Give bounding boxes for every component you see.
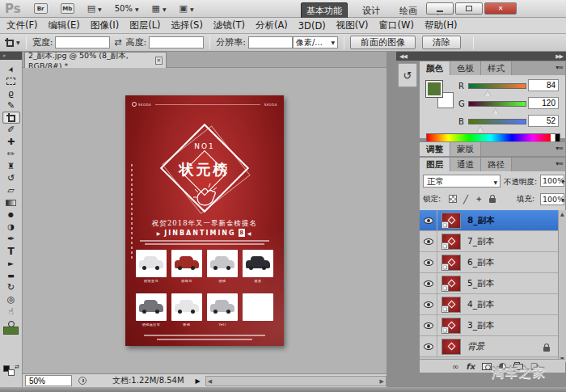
opacity-spinner-icon[interactable]: ▸ [562,178,565,184]
visibility-cell[interactable] [420,336,437,356]
blur-tool[interactable]: ● [2,209,20,221]
orbit-3d-tool[interactable]: ◎ [2,293,20,306]
collapse-panels-icon[interactable]: ◀◀ [399,53,407,60]
layer-thumbnail[interactable]: ❏ [441,276,461,292]
clear-button[interactable]: 清除 [422,36,461,49]
panel-menu-icon[interactable]: ▾≡ [555,160,563,167]
layer-name[interactable]: 5_副本 [467,278,494,289]
healing-brush-tool[interactable]: ✚ [2,136,20,148]
expand-panels-icon[interactable]: ▶▶ [555,53,563,60]
menu-layer[interactable]: 图层(L) [129,19,160,32]
fill-spinner-icon[interactable]: ▸ [562,196,565,203]
menu-file[interactable]: 文件(F) [6,19,38,32]
layer-name[interactable]: 3_副本 [467,320,494,331]
layer-name[interactable]: 4_副本 [467,299,494,310]
resolution-unit-select[interactable]: 像素/...▼ [293,36,338,48]
menu-analysis[interactable]: 分析(A) [256,19,288,32]
pen-tool[interactable]: ✒ [2,233,20,245]
marquee-tool[interactable] [2,75,20,87]
visibility-cell[interactable] [420,273,437,293]
history-panel-icon[interactable]: ↺ [398,63,417,87]
layer-style-button[interactable]: fx [466,362,475,371]
tab-paths[interactable]: 路径 [481,158,512,171]
canvas-horizontal-scrollbar[interactable]: ◀ ▶ [205,376,386,386]
visibility-cell[interactable] [420,252,437,272]
blue-slider-handle[interactable] [477,126,484,132]
foreground-color-well[interactable] [3,327,19,335]
panel-menu-icon[interactable]: ▾≡ [555,145,563,152]
layers-scrollbar[interactable]: ▲ ▼ [558,210,566,362]
layer-name[interactable]: 背景 [467,341,484,352]
lock-position-icon[interactable]: ＋ [475,193,483,204]
scroll-right-icon[interactable]: ▶ [380,378,384,385]
layer-thumbnail[interactable]: ❏ [441,297,461,313]
blend-mode-select[interactable]: 正常▼ [423,175,501,188]
zoom-level-dropdown[interactable]: 50%▼ [115,4,139,13]
opacity-value[interactable]: 100% [540,175,564,187]
tab-layers[interactable]: 图层 [420,158,450,171]
bridge-button[interactable]: Br [34,3,48,14]
scroll-left-icon[interactable]: ◀ [208,378,212,385]
workspace-tab-essentials[interactable]: 基本功能 [301,2,348,19]
eraser-tool[interactable]: ▱ [2,184,20,196]
screen-mode-icon[interactable]: ▣▼ [180,3,194,14]
status-zoom-input[interactable] [25,375,72,386]
tab-color[interactable]: 颜色 [420,61,450,75]
tool-preset-chevron-icon[interactable]: ▼ [16,40,20,45]
foreground-background-swatches[interactable]: ⇄ [3,365,19,377]
type-tool[interactable]: T [2,245,20,257]
move-tool[interactable]: ➤ [2,63,20,75]
panel-menu-icon[interactable]: ▾≡ [555,64,563,71]
menu-help[interactable]: 帮助(H) [424,19,458,32]
layer-row[interactable]: ❏ 3_副本 [420,315,558,336]
layer-row-background[interactable]: 背景 [420,336,558,357]
layer-thumbnail[interactable]: ❏ [441,213,461,229]
layer-name[interactable]: 8_副本 [467,215,495,226]
dodge-tool[interactable]: ◑ [2,221,20,233]
visibility-cell[interactable] [420,294,437,314]
visibility-cell[interactable] [420,315,437,335]
layer-row[interactable]: ❏ 6_副本 [420,252,558,273]
close-button[interactable]: ✕ [484,2,517,15]
menu-view[interactable]: 视图(V) [336,19,369,32]
history-brush-tool[interactable]: ↺ [2,172,20,184]
arrange-documents-icon[interactable]: ▦▼ [152,3,167,14]
tab-adjustments[interactable]: 调整 [420,142,450,156]
red-slider-handle[interactable] [484,91,491,96]
rectangle-tool[interactable]: ▬ [2,269,20,281]
tab-styles[interactable]: 样式 [481,61,512,75]
fill-value[interactable]: 100% [540,193,564,205]
menu-window[interactable]: 窗口(W) [379,19,414,32]
scroll-up-icon[interactable]: ▲ [560,211,564,217]
menu-select[interactable]: 选择(S) [171,19,203,32]
menu-edit[interactable]: 编辑(E) [49,19,80,32]
tools-panel-header[interactable]: » [0,52,22,60]
link-layers-button[interactable]: ∞ [452,362,458,371]
red-value-input[interactable] [528,79,559,91]
green-slider-handle[interactable] [492,108,499,114]
layer-name[interactable]: 6_副本 [467,257,494,268]
lock-all-icon[interactable] [489,198,496,203]
resolution-input[interactable] [248,36,293,48]
hand-tool[interactable]: ☝ [2,306,20,318]
gradient-tool[interactable] [2,196,20,209]
front-image-button[interactable]: 前面的图像 [350,36,416,49]
layer-thumbnail[interactable] [441,339,461,355]
eyedropper-tool[interactable]: ✐ [2,124,20,136]
blue-value-input[interactable] [528,115,559,127]
workspace-tab-design[interactable]: 设计 [357,3,385,19]
status-options-arrow-icon[interactable]: ▶ [196,377,201,385]
green-slider[interactable] [468,101,526,107]
swap-dimensions-icon[interactable]: ⇄ [114,37,121,48]
layer-thumbnail[interactable]: ❏ [441,318,461,334]
menu-3d[interactable]: 3D(D) [298,20,326,32]
guides-menu-icon[interactable]: ▤▼ [87,3,102,14]
tab-swatches[interactable]: 色板 [450,61,481,75]
visibility-cell[interactable] [420,210,437,230]
tab-channels[interactable]: 通道 [450,158,481,171]
menu-filter[interactable]: 滤镜(T) [213,19,245,32]
tab-masks[interactable]: 蒙版 [450,142,481,156]
crop-tool[interactable] [2,112,20,124]
path-selection-tool[interactable]: ► [2,257,20,269]
restore-button[interactable] [455,2,483,15]
